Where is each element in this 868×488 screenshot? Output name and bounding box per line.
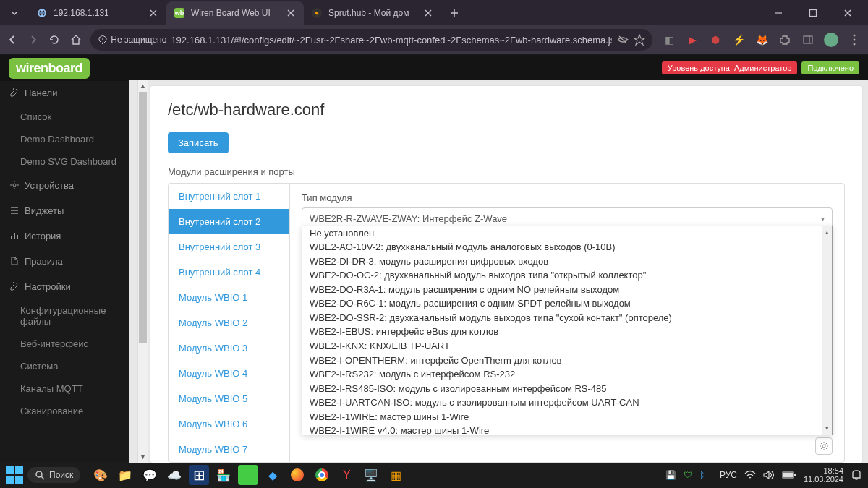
close-icon[interactable] (148, 7, 159, 19)
logo[interactable]: wirenboard (9, 58, 90, 79)
dropdown-option[interactable]: WBE2-I-UARTCAN-ISO: модуль с изолированн… (302, 395, 832, 410)
slot-tab-1[interactable]: Внутренний слот 2 (169, 209, 289, 234)
dropdown-option[interactable]: WBE2-I-1WIRE: мастер шины 1-Wire (302, 410, 832, 424)
sidebar-header-5[interactable]: Настройки (0, 274, 129, 299)
page-scrollbar[interactable]: ▲ ▼ (137, 80, 148, 463)
profile-avatar[interactable] (823, 32, 839, 48)
browser-tab-0[interactable]: 192.168.1.131 (29, 1, 166, 25)
taskbar-app-2[interactable]: 📁 (115, 465, 135, 485)
eye-off-icon[interactable] (616, 33, 629, 46)
taskbar-app-10[interactable]: Y (336, 465, 357, 485)
slot-tab-0[interactable]: Внутренний слот 1 (169, 184, 289, 209)
taskbar-app-chrome[interactable] (312, 465, 332, 485)
dropdown-option[interactable]: WBE2-DO-R3A-1: модуль расширения с одним… (302, 283, 832, 297)
taskbar-app-6[interactable]: 🏪 (213, 465, 234, 485)
sidebar-item[interactable]: Система (0, 355, 129, 377)
slot-tab-7[interactable]: Модуль WBIO 4 (169, 361, 289, 386)
slot-tab-5[interactable]: Модуль WBIO 2 (169, 310, 289, 335)
sidebar-item[interactable]: Веб-интерфейс (0, 333, 129, 355)
nav-back[interactable] (6, 30, 18, 50)
dropdown-option[interactable]: WBE2-I-KNX: KNX/EIB TP-UART (302, 339, 832, 354)
tray-icon-bluetooth[interactable]: ᛒ (699, 470, 705, 480)
sidebar-header-4[interactable]: Правила (0, 249, 129, 274)
sidebar-header-0[interactable]: Панели (0, 80, 129, 106)
bookmark-star-icon[interactable] (634, 34, 645, 46)
close-icon[interactable] (422, 7, 434, 19)
nav-reload[interactable] (48, 30, 61, 50)
ext-icon-1[interactable]: ◧ (661, 32, 677, 48)
taskbar-app-7[interactable] (238, 465, 258, 485)
url-bar[interactable]: Не защищено 192.168.1.131/#!/configs/edi… (90, 29, 652, 51)
sidebar-item[interactable]: Каналы MQTT (0, 377, 129, 400)
taskbar-app-9[interactable] (287, 465, 307, 485)
dropdown-option[interactable]: WBE2-I-RS232: модуль с интерфейсом RS-23… (302, 367, 832, 382)
slot-tab-8[interactable]: Модуль WBIO 5 (169, 386, 289, 411)
slot-tab-3[interactable]: Внутренний слот 4 (169, 260, 289, 285)
sidebar-item[interactable]: Список (0, 106, 129, 128)
slot-tab-9[interactable]: Модуль WBIO 6 (169, 411, 289, 437)
dropdown-option[interactable]: Не установлен (302, 226, 832, 241)
sidebar-item[interactable]: Сканирование (0, 400, 129, 422)
tray-lang[interactable]: РУС (720, 470, 737, 480)
taskbar-app-12[interactable]: ▦ (386, 465, 406, 485)
new-tab-button[interactable] (444, 3, 464, 23)
dropdown-option[interactable]: WBE2-I-OPENTHERM: интерфейс OpenTherm дл… (302, 354, 832, 368)
settings-gear-button[interactable] (815, 437, 833, 455)
slot-tab-2[interactable]: Внутренний слот 3 (169, 234, 289, 260)
start-button[interactable] (6, 466, 23, 484)
taskbar-app-3[interactable]: 💬 (140, 465, 160, 485)
dropdown-scrollbar[interactable]: ▴ ▾ (822, 226, 832, 435)
tray-icon-shield[interactable]: 🛡 (684, 470, 692, 480)
dropdown-option[interactable]: WBE2-DO-R6C-1: модуль расширения с одним… (302, 296, 832, 311)
ext-icon-4[interactable]: ⚡ (731, 32, 746, 48)
sidebar-item[interactable]: Demo SVG Dashboard (0, 150, 129, 173)
taskbar-app-8[interactable]: ◆ (263, 465, 283, 485)
window-minimize[interactable] (764, 2, 793, 24)
close-icon[interactable] (285, 7, 297, 19)
browser-tab-1[interactable]: wbWiren Board Web UI (166, 1, 304, 25)
svg-point-5 (854, 39, 856, 41)
taskbar-app-4[interactable]: ☁️ (164, 465, 184, 485)
slot-tab-4[interactable]: Модуль WBIO 1 (169, 285, 289, 310)
extensions-icon[interactable] (777, 32, 793, 48)
tray-clock[interactable]: 18:54 11.03.2024 (804, 466, 843, 484)
ext-icon-3[interactable]: ⬢ (707, 32, 723, 48)
sidebar-header-3[interactable]: История (0, 223, 129, 249)
dropdown-option[interactable]: WBE2-DI-DR-3: модуль расширения цифровых… (302, 254, 832, 269)
dropdown-option[interactable]: WBE2-DO-OC-2: двухканальный модуль выход… (302, 268, 832, 283)
tab-list-dropdown[interactable] (6, 4, 23, 22)
tray-wifi-icon[interactable] (744, 470, 756, 480)
dropdown-list[interactable]: Не установленWBE2-AO-10V-2: двухканальны… (302, 226, 833, 435)
save-button[interactable]: Записать (168, 132, 229, 153)
nav-forward[interactable] (27, 30, 39, 50)
sidebar-item[interactable]: Конфигурационные файлы (0, 299, 129, 333)
taskbar-app-5[interactable]: ⊞ (189, 465, 209, 485)
slot-tab-10[interactable]: Модуль WBIO 7 (169, 437, 289, 462)
tray-icon-drive[interactable]: 💾 (665, 470, 676, 480)
side-panel-icon[interactable] (800, 32, 816, 48)
dropdown-option[interactable]: WBE2-I-EBUS: интерфейс eBus для котлов (302, 325, 832, 339)
taskbar-app-11[interactable]: 🖥️ (361, 465, 381, 485)
browser-tab-2[interactable]: ●Sprut.hub - Мой дом (304, 1, 441, 25)
slot-tab-6[interactable]: Модуль WBIO 3 (169, 335, 289, 361)
access-level-badge[interactable]: Уровень доступа: Администратор (662, 61, 798, 74)
ext-icon-2[interactable]: ▶ (684, 32, 700, 48)
ext-icon-5[interactable]: 🦊 (754, 32, 770, 48)
dropdown-option[interactable]: WBE2-I-RS485-ISO: модуль с изолированным… (302, 382, 832, 396)
window-close[interactable] (833, 2, 862, 24)
tray-volume-icon[interactable] (763, 470, 775, 480)
sidebar-header-1[interactable]: Устройства (0, 173, 129, 198)
dropdown-option[interactable]: WBE2-I-1WIRE v4.0: мастер шины 1-Wire (302, 424, 832, 435)
nav-home[interactable] (69, 30, 82, 50)
dropdown-option[interactable]: WBE2-AO-10V-2: двухканальный модуль анал… (302, 240, 832, 254)
tray-battery-icon[interactable] (782, 471, 796, 479)
dropdown-option[interactable]: WBE2-DO-SSR-2: двухканальный модуль выхо… (302, 311, 832, 325)
tray-notifications[interactable] (851, 469, 862, 481)
browser-menu[interactable] (846, 32, 862, 48)
window-maximize[interactable] (799, 2, 827, 24)
security-indicator[interactable]: Не защищено (98, 35, 166, 45)
sidebar-header-2[interactable]: Виджеты (0, 198, 129, 223)
taskbar-search[interactable]: Поиск (27, 467, 80, 483)
sidebar-item[interactable]: Demo Dashboard (0, 128, 129, 150)
taskbar-app-1[interactable]: 🎨 (90, 465, 111, 485)
